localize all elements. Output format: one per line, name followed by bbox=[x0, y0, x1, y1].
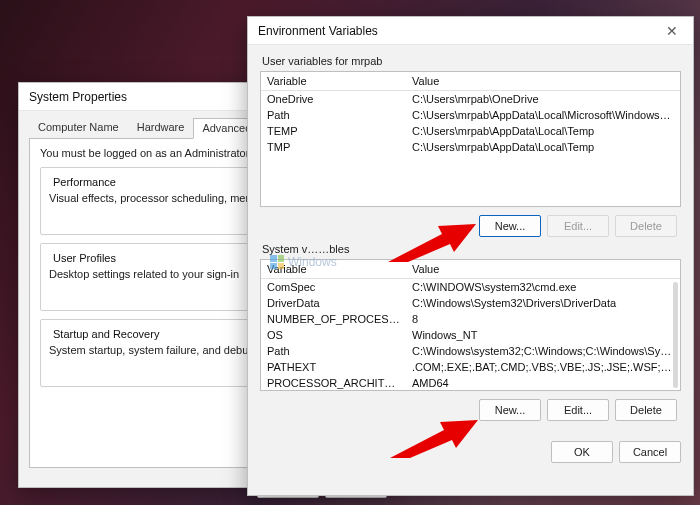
table-row[interactable]: PathC:\Users\mrpab\AppData\Local\Microso… bbox=[261, 107, 680, 123]
system-vars-list[interactable]: Variable Value ComSpecC:\WINDOWS\system3… bbox=[260, 259, 681, 391]
var-name: PROCESSOR_ARCHITECTU... bbox=[261, 375, 406, 391]
sys-new-button[interactable]: New... bbox=[479, 399, 541, 421]
col-value[interactable]: Value bbox=[406, 260, 680, 279]
var-name: ComSpec bbox=[261, 279, 406, 296]
var-value: Windows_NT bbox=[406, 327, 680, 343]
close-icon[interactable]: ✕ bbox=[661, 23, 683, 39]
col-value[interactable]: Value bbox=[406, 72, 680, 91]
table-row[interactable]: TMPC:\Users\mrpab\AppData\Local\Temp bbox=[261, 139, 680, 155]
var-name: PATHEXT bbox=[261, 359, 406, 375]
performance-title: Performance bbox=[49, 176, 120, 188]
env-title: Environment Variables bbox=[258, 24, 378, 38]
col-variable[interactable]: Variable bbox=[261, 260, 406, 279]
var-value: C:\Users\mrpab\AppData\Local\Microsoft\W… bbox=[406, 107, 680, 123]
tab-computer-name[interactable]: Computer Name bbox=[29, 117, 128, 138]
var-value: AMD64 bbox=[406, 375, 680, 391]
sys-delete-button[interactable]: Delete bbox=[615, 399, 677, 421]
table-row[interactable]: DriverDataC:\Windows\System32\Drivers\Dr… bbox=[261, 295, 680, 311]
system-vars-label: System v……bles bbox=[262, 243, 681, 255]
col-variable[interactable]: Variable bbox=[261, 72, 406, 91]
env-body: User variables for mrpab Variable Value … bbox=[248, 45, 693, 433]
user-edit-button[interactable]: Edit... bbox=[547, 215, 609, 237]
var-name: NUMBER_OF_PROCESSORS bbox=[261, 311, 406, 327]
user-profiles-title: User Profiles bbox=[49, 252, 120, 264]
table-row[interactable]: OneDriveC:\Users\mrpab\OneDrive bbox=[261, 91, 680, 108]
var-value: 8 bbox=[406, 311, 680, 327]
system-vars-buttons: New... Edit... Delete bbox=[260, 399, 677, 421]
table-row[interactable]: PathC:\Windows\system32;C:\Windows;C:\Wi… bbox=[261, 343, 680, 359]
var-value: .COM;.EXE;.BAT;.CMD;.VBS;.VBE;.JS;.JSE;.… bbox=[406, 359, 680, 375]
var-value: C:\Users\mrpab\OneDrive bbox=[406, 91, 680, 108]
var-name: OS bbox=[261, 327, 406, 343]
var-value: C:\Users\mrpab\AppData\Local\Temp bbox=[406, 123, 680, 139]
user-vars-label: User variables for mrpab bbox=[262, 55, 681, 67]
user-new-button[interactable]: New... bbox=[479, 215, 541, 237]
env-titlebar: Environment Variables ✕ bbox=[248, 17, 693, 45]
sys-edit-button[interactable]: Edit... bbox=[547, 399, 609, 421]
user-delete-button[interactable]: Delete bbox=[615, 215, 677, 237]
var-name: TEMP bbox=[261, 123, 406, 139]
environment-variables-dialog: Environment Variables ✕ User variables f… bbox=[247, 16, 694, 496]
var-value: C:\WINDOWS\system32\cmd.exe bbox=[406, 279, 680, 296]
var-value: C:\Windows\System32\Drivers\DriverData bbox=[406, 295, 680, 311]
var-name: TMP bbox=[261, 139, 406, 155]
sys-title: System Properties bbox=[29, 90, 127, 104]
table-row[interactable]: OSWindows_NT bbox=[261, 327, 680, 343]
scrollbar[interactable] bbox=[673, 282, 678, 388]
table-row[interactable]: ComSpecC:\WINDOWS\system32\cmd.exe bbox=[261, 279, 680, 296]
table-row[interactable]: PATHEXT.COM;.EXE;.BAT;.CMD;.VBS;.VBE;.JS… bbox=[261, 359, 680, 375]
var-name: Path bbox=[261, 107, 406, 123]
var-value: C:\Users\mrpab\AppData\Local\Temp bbox=[406, 139, 680, 155]
startup-title: Startup and Recovery bbox=[49, 328, 163, 340]
table-row[interactable]: NUMBER_OF_PROCESSORS8 bbox=[261, 311, 680, 327]
tab-hardware[interactable]: Hardware bbox=[128, 117, 194, 138]
var-name: OneDrive bbox=[261, 91, 406, 108]
env-cancel-button[interactable]: Cancel bbox=[619, 441, 681, 463]
table-row[interactable]: PROCESSOR_ARCHITECTU...AMD64 bbox=[261, 375, 680, 391]
var-name: Path bbox=[261, 343, 406, 359]
user-vars-list[interactable]: Variable Value OneDriveC:\Users\mrpab\On… bbox=[260, 71, 681, 207]
env-bottom-buttons: OK Cancel bbox=[248, 433, 693, 473]
var-name: DriverData bbox=[261, 295, 406, 311]
var-value: C:\Windows\system32;C:\Windows;C:\Window… bbox=[406, 343, 680, 359]
table-row[interactable]: TEMPC:\Users\mrpab\AppData\Local\Temp bbox=[261, 123, 680, 139]
user-vars-buttons: New... Edit... Delete bbox=[260, 215, 677, 237]
env-ok-button[interactable]: OK bbox=[551, 441, 613, 463]
